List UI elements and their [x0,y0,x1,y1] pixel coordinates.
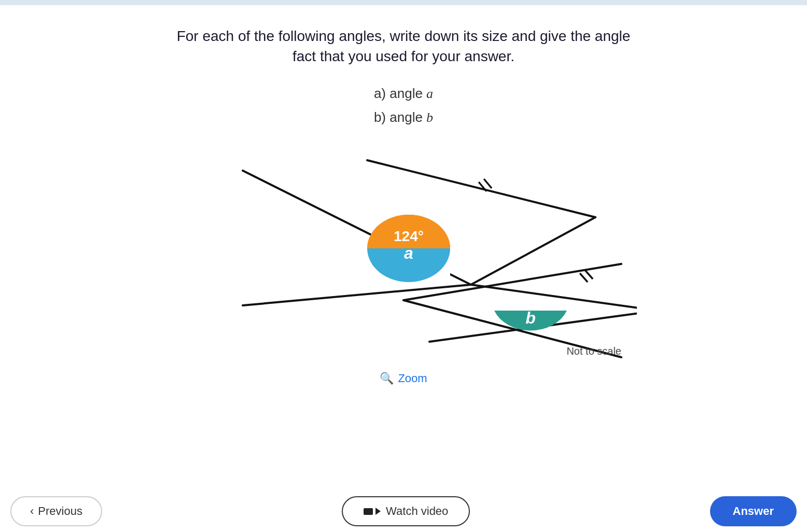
top-bar [0,0,807,5]
watch-video-button[interactable]: Watch video [342,496,470,526]
previous-label: Previous [38,505,82,518]
chevron-left-icon: ‹ [30,505,34,518]
svg-line-1 [471,217,595,285]
angle-a-label: a [404,244,413,262]
svg-line-2 [367,160,595,217]
zoom-button[interactable]: 🔍 Zoom [380,372,427,385]
svg-line-10 [580,273,588,282]
diagram-svg: 124° a b [170,139,637,362]
not-to-scale-label: Not to scale [566,345,621,357]
svg-line-8 [471,285,637,311]
video-icon [364,508,381,515]
bottom-bar: ‹ Previous Watch video Answer [0,491,807,532]
svg-line-4 [484,179,492,188]
angle-b-label: b [525,309,536,327]
sub-questions: a) angle a b) angle b [374,82,433,129]
svg-line-11 [585,270,593,279]
zoom-icon: 🔍 [380,372,394,385]
answer-label: Answer [733,505,774,517]
zoom-label: Zoom [398,372,427,385]
angle-label: 124° [394,228,424,244]
previous-button[interactable]: ‹ Previous [10,496,102,526]
diagram-area: 124° a b Not to scale [170,139,637,362]
main-container: For each of the following angles, write … [0,0,807,532]
sub-a: a) angle a [374,82,433,105]
sub-b: b) angle b [374,106,433,129]
question-text: For each of the following angles, write … [170,26,637,66]
answer-button[interactable]: Answer [710,496,797,526]
watch-video-label: Watch video [386,505,448,518]
